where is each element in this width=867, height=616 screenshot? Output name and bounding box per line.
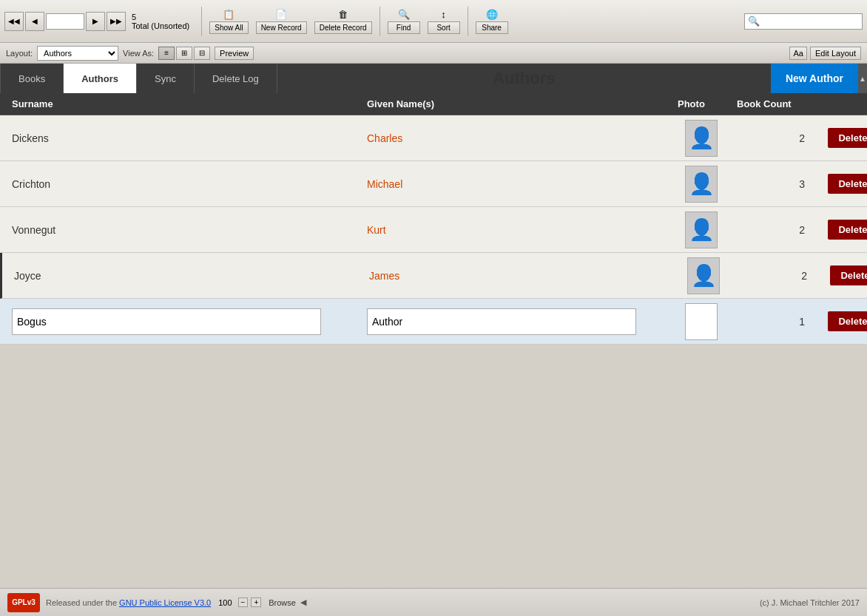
scroll-left-arrow: ◀ bbox=[300, 598, 306, 607]
author-photo: 👤 bbox=[685, 166, 718, 203]
toolbar-right: 🔍 bbox=[744, 13, 863, 30]
cell-given-name: Michael bbox=[361, 178, 672, 190]
author-photo-empty bbox=[685, 303, 718, 340]
delete-record-group: 🗑 Delete Record bbox=[314, 9, 372, 34]
separator-2 bbox=[379, 7, 380, 36]
search-icon: 🔍 bbox=[748, 16, 760, 27]
bottom-right: (c) J. Michael Tritchler 2017 bbox=[760, 598, 860, 607]
table-view-button[interactable]: ⊞ bbox=[176, 47, 192, 60]
delete-row-button[interactable]: Delete bbox=[828, 128, 867, 148]
show-all-button[interactable]: Show All bbox=[209, 21, 248, 34]
nav-forward-button[interactable]: ▶▶ bbox=[107, 12, 126, 31]
edit-layout-button[interactable]: Edit Layout bbox=[810, 47, 861, 60]
tab-delete-log[interactable]: Delete Log bbox=[195, 64, 277, 93]
preview-button[interactable]: Preview bbox=[215, 47, 254, 60]
gpl-link[interactable]: GNU Public License V3.0 bbox=[119, 598, 211, 607]
gallery-view-button[interactable]: ⊟ bbox=[194, 47, 210, 60]
copyright-text: (c) J. Michael Tritchler 2017 bbox=[760, 598, 860, 607]
cell-surname: Crichton bbox=[6, 178, 361, 190]
new-author-button[interactable]: New Author bbox=[771, 64, 858, 93]
table-row: 1 Delete bbox=[0, 299, 867, 345]
delete-row-button[interactable]: Delete bbox=[830, 265, 867, 285]
new-record-icon: 📄 bbox=[275, 9, 287, 20]
delete-row-button[interactable]: Delete bbox=[828, 220, 867, 240]
col-header-photo: Photo bbox=[672, 98, 731, 109]
find-icon: 🔍 bbox=[398, 9, 410, 20]
cell-photo bbox=[672, 303, 731, 340]
delete-record-icon: 🗑 bbox=[338, 9, 348, 20]
nav-prev-button[interactable]: ◀ bbox=[25, 12, 44, 31]
cell-given-name: Kurt bbox=[361, 224, 672, 236]
cell-actions: Delete bbox=[820, 220, 867, 240]
tab-books[interactable]: Books bbox=[0, 64, 64, 93]
delete-row-button[interactable]: Delete bbox=[828, 311, 867, 331]
search-input[interactable] bbox=[760, 16, 856, 27]
show-all-icon: 📋 bbox=[223, 9, 235, 20]
author-photo: 👤 bbox=[685, 120, 718, 157]
cell-surname: Joyce bbox=[8, 270, 363, 282]
cell-given-name: Charles bbox=[361, 132, 672, 144]
search-box[interactable]: 🔍 bbox=[744, 13, 863, 30]
nav-next-button[interactable]: ▶ bbox=[86, 12, 105, 31]
delete-row-button[interactable]: Delete bbox=[828, 174, 867, 194]
cell-photo: 👤 bbox=[674, 257, 733, 294]
layout-select[interactable]: Authors bbox=[37, 46, 118, 61]
tab-authors[interactable]: Authors bbox=[64, 64, 137, 93]
separator-1 bbox=[201, 7, 202, 36]
nav-back-button[interactable]: ◀◀ bbox=[4, 12, 24, 31]
cell-book-count: 3 bbox=[731, 178, 820, 190]
surname-input[interactable] bbox=[12, 308, 321, 335]
cell-book-count: 2 bbox=[731, 132, 820, 144]
main-content: Books Authors Sync Delete Log Authors Ne… bbox=[0, 64, 867, 588]
view-as-label: View As: bbox=[123, 49, 154, 58]
main-toolbar: ◀◀ ◀ 5 ▶ ▶▶ 5 Total (Unsorted) 📋 Show Al… bbox=[0, 0, 867, 43]
zoom-value: 100 bbox=[218, 598, 232, 607]
share-icon: 🌐 bbox=[486, 9, 498, 20]
cell-book-count: 2 bbox=[733, 270, 822, 282]
font-size-button[interactable]: Aa bbox=[789, 47, 806, 60]
browse-label: Browse bbox=[269, 598, 296, 607]
sort-icon: ↕ bbox=[441, 9, 446, 20]
author-photo: 👤 bbox=[687, 257, 720, 294]
table-header: Surname Given Name(s) Photo Book Count bbox=[0, 93, 867, 115]
sort-group: ↕ Sort bbox=[428, 9, 460, 34]
zoom-decrease-button[interactable]: − bbox=[238, 598, 249, 607]
layout-bar: Layout: Authors View As: ≡ ⊞ ⊟ Preview A… bbox=[0, 43, 867, 64]
cell-surname-input[interactable] bbox=[6, 308, 361, 335]
zoom-increase-button[interactable]: + bbox=[251, 598, 261, 607]
total-count: 5 bbox=[132, 13, 189, 21]
list-view-button[interactable]: ≡ bbox=[158, 47, 175, 60]
cell-photo: 👤 bbox=[672, 120, 731, 157]
gpl-logo-text: GPLv3 bbox=[12, 598, 36, 606]
cell-photo: 👤 bbox=[672, 211, 731, 248]
col-header-surname: Surname bbox=[6, 98, 361, 109]
show-all-group: 📋 Show All bbox=[209, 9, 248, 34]
cell-surname: Vonnegut bbox=[6, 224, 361, 236]
layout-label: Layout: bbox=[6, 49, 33, 58]
cell-surname: Dickens bbox=[6, 132, 361, 144]
new-record-group: 📄 New Record bbox=[256, 9, 307, 34]
gpl-logo: GPLv3 bbox=[7, 593, 40, 612]
delete-record-button[interactable]: Delete Record bbox=[314, 21, 372, 34]
share-button[interactable]: Share bbox=[476, 21, 508, 34]
new-record-button[interactable]: New Record bbox=[256, 21, 307, 34]
cell-actions: Delete bbox=[820, 311, 867, 331]
layout-right: Aa Edit Layout bbox=[789, 47, 861, 60]
tab-sync[interactable]: Sync bbox=[137, 64, 195, 93]
given-name-input[interactable] bbox=[367, 308, 636, 335]
sort-button[interactable]: Sort bbox=[428, 21, 460, 34]
bottom-description: Released under the GNU Public License V3… bbox=[46, 598, 211, 607]
record-number-input[interactable]: 5 bbox=[46, 13, 84, 30]
total-sublabel: Total (Unsorted) bbox=[132, 21, 189, 30]
cell-given-name: James bbox=[363, 270, 674, 282]
find-button[interactable]: Find bbox=[388, 21, 420, 34]
separator-3 bbox=[468, 7, 468, 36]
table-row: Joyce James 👤 2 Delete bbox=[0, 253, 867, 299]
cell-given-name-input[interactable] bbox=[361, 308, 672, 335]
cell-photo: 👤 bbox=[672, 166, 731, 203]
page-title: Authors bbox=[277, 69, 771, 88]
share-group: 🌐 Share bbox=[476, 9, 508, 34]
record-info: 5 Total (Unsorted) bbox=[132, 13, 189, 30]
bottom-bar: GPLv3 Released under the GNU Public Lice… bbox=[0, 588, 867, 616]
table-body: Dickens Charles 👤 2 Delete Crichton Mich… bbox=[0, 115, 867, 345]
